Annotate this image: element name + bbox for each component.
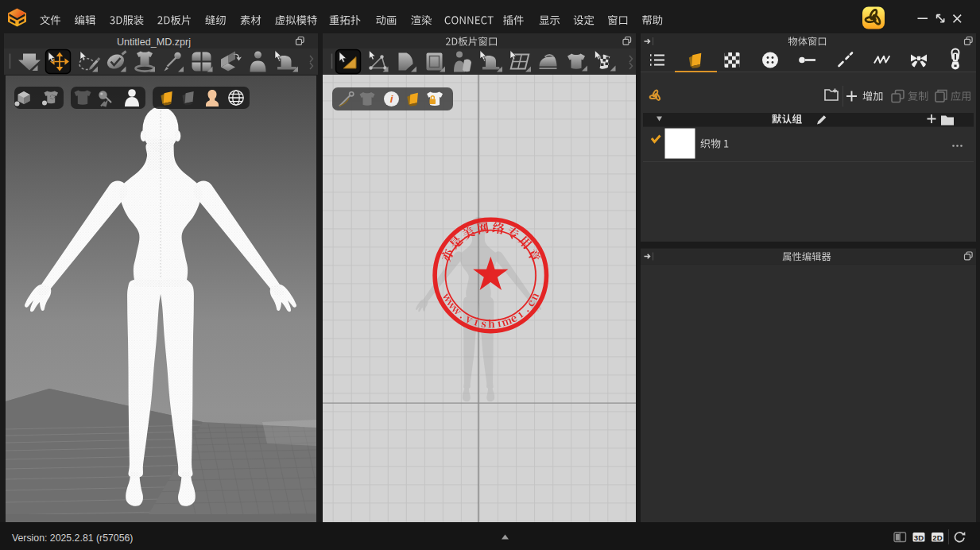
- svg-text:Untitled_MD.zprj: Untitled_MD.zprj: [117, 37, 191, 48]
- svg-text:i: i: [390, 93, 393, 105]
- svg-text:Version: 2025.2.81 (r57056): Version: 2025.2.81 (r57056): [12, 533, 133, 544]
- svg-text:2D: 2D: [932, 533, 942, 542]
- svg-text:3D: 3D: [914, 533, 924, 542]
